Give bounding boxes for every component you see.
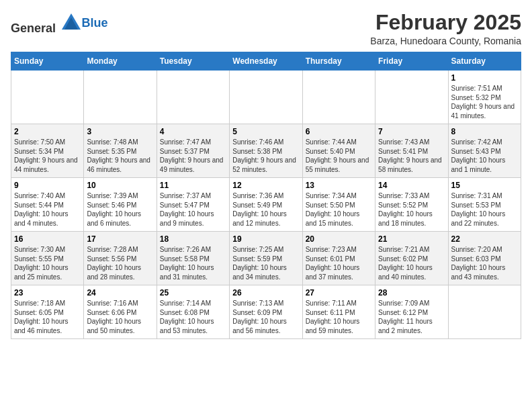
day-info: Sunrise: 7:47 AM Sunset: 5:37 PM Dayligh…	[160, 138, 226, 174]
calendar-day-15: 15Sunrise: 7:31 AM Sunset: 5:53 PM Dayli…	[448, 178, 521, 232]
calendar-day-19: 19Sunrise: 7:25 AM Sunset: 5:59 PM Dayli…	[230, 232, 302, 285]
calendar-day-22: 22Sunrise: 7:20 AM Sunset: 6:03 PM Dayli…	[448, 232, 521, 285]
calendar-week-row: 2Sunrise: 7:50 AM Sunset: 5:34 PM Daylig…	[11, 124, 521, 178]
calendar-empty-cell	[375, 71, 448, 124]
page-header: General Blue February 2025 Barza, Hunedo…	[11, 11, 521, 46]
day-number: 4	[160, 127, 226, 136]
day-info: Sunrise: 7:14 AM Sunset: 6:08 PM Dayligh…	[160, 299, 226, 335]
day-number: 23	[14, 288, 81, 298]
day-number: 11	[160, 181, 226, 190]
calendar-day-7: 7Sunrise: 7:43 AM Sunset: 5:41 PM Daylig…	[375, 124, 448, 178]
calendar-day-17: 17Sunrise: 7:28 AM Sunset: 5:56 PM Dayli…	[84, 232, 157, 285]
calendar-day-6: 6Sunrise: 7:44 AM Sunset: 5:40 PM Daylig…	[302, 124, 375, 178]
calendar-day-13: 13Sunrise: 7:34 AM Sunset: 5:50 PM Dayli…	[302, 178, 375, 232]
day-info: Sunrise: 7:42 AM Sunset: 5:43 PM Dayligh…	[451, 138, 518, 174]
day-number: 20	[306, 234, 372, 244]
day-number: 1	[451, 73, 518, 83]
weekday-header-monday: Monday	[84, 52, 157, 71]
logo-icon	[60, 11, 82, 32]
calendar-day-12: 12Sunrise: 7:36 AM Sunset: 5:49 PM Dayli…	[230, 178, 302, 232]
day-number: 28	[378, 288, 445, 298]
day-number: 24	[87, 288, 153, 298]
day-info: Sunrise: 7:46 AM Sunset: 5:38 PM Dayligh…	[232, 138, 299, 174]
day-number: 27	[306, 288, 372, 298]
weekday-header-thursday: Thursday	[302, 52, 375, 71]
calendar-week-row: 16Sunrise: 7:30 AM Sunset: 5:55 PM Dayli…	[11, 232, 521, 285]
day-number: 6	[306, 127, 372, 136]
calendar-day-24: 24Sunrise: 7:16 AM Sunset: 6:06 PM Dayli…	[84, 285, 157, 339]
day-number: 18	[160, 234, 226, 244]
calendar-day-23: 23Sunrise: 7:18 AM Sunset: 6:05 PM Dayli…	[11, 285, 84, 339]
day-info: Sunrise: 7:26 AM Sunset: 5:58 PM Dayligh…	[160, 245, 226, 281]
calendar-day-3: 3Sunrise: 7:48 AM Sunset: 5:35 PM Daylig…	[84, 124, 157, 178]
day-number: 17	[87, 234, 153, 244]
calendar-day-9: 9Sunrise: 7:40 AM Sunset: 5:44 PM Daylig…	[11, 178, 84, 232]
day-number: 25	[160, 288, 226, 298]
calendar-empty-cell	[230, 71, 302, 124]
day-number: 8	[451, 127, 518, 136]
calendar-day-14: 14Sunrise: 7:33 AM Sunset: 5:52 PM Dayli…	[375, 178, 448, 232]
day-info: Sunrise: 7:34 AM Sunset: 5:50 PM Dayligh…	[306, 191, 372, 228]
calendar-empty-cell	[11, 71, 84, 124]
title-area: February 2025 Barza, Hunedoara County, R…	[370, 11, 521, 46]
weekday-header-row: SundayMondayTuesdayWednesdayThursdayFrid…	[11, 52, 521, 71]
weekday-header-tuesday: Tuesday	[157, 52, 229, 71]
calendar-week-row: 9Sunrise: 7:40 AM Sunset: 5:44 PM Daylig…	[11, 178, 521, 232]
day-info: Sunrise: 7:23 AM Sunset: 6:01 PM Dayligh…	[306, 245, 372, 281]
day-info: Sunrise: 7:18 AM Sunset: 6:05 PM Dayligh…	[14, 299, 81, 335]
day-info: Sunrise: 7:51 AM Sunset: 5:32 PM Dayligh…	[451, 84, 518, 120]
calendar-day-4: 4Sunrise: 7:47 AM Sunset: 5:37 PM Daylig…	[157, 124, 229, 178]
calendar-day-21: 21Sunrise: 7:21 AM Sunset: 6:02 PM Dayli…	[375, 232, 448, 285]
day-info: Sunrise: 7:31 AM Sunset: 5:53 PM Dayligh…	[451, 191, 518, 228]
calendar-day-27: 27Sunrise: 7:11 AM Sunset: 6:11 PM Dayli…	[302, 285, 375, 339]
day-info: Sunrise: 7:11 AM Sunset: 6:11 PM Dayligh…	[306, 299, 372, 335]
calendar-day-26: 26Sunrise: 7:13 AM Sunset: 6:09 PM Dayli…	[230, 285, 302, 339]
month-title: February 2025	[370, 11, 521, 34]
calendar-day-16: 16Sunrise: 7:30 AM Sunset: 5:55 PM Dayli…	[11, 232, 84, 285]
calendar-table: SundayMondayTuesdayWednesdayThursdayFrid…	[11, 52, 521, 339]
day-info: Sunrise: 7:30 AM Sunset: 5:55 PM Dayligh…	[14, 245, 81, 281]
day-number: 16	[14, 234, 81, 244]
day-number: 19	[232, 234, 299, 244]
calendar-day-28: 28Sunrise: 7:09 AM Sunset: 6:12 PM Dayli…	[375, 285, 448, 339]
calendar-day-18: 18Sunrise: 7:26 AM Sunset: 5:58 PM Dayli…	[157, 232, 229, 285]
day-number: 10	[87, 181, 153, 190]
weekday-header-sunday: Sunday	[11, 52, 84, 71]
day-info: Sunrise: 7:16 AM Sunset: 6:06 PM Dayligh…	[87, 299, 153, 335]
calendar-empty-cell	[302, 71, 375, 124]
calendar-day-8: 8Sunrise: 7:42 AM Sunset: 5:43 PM Daylig…	[448, 124, 521, 178]
logo-general: General	[11, 21, 56, 35]
calendar-empty-cell	[157, 71, 229, 124]
calendar-day-11: 11Sunrise: 7:37 AM Sunset: 5:47 PM Dayli…	[157, 178, 229, 232]
weekday-header-saturday: Saturday	[448, 52, 521, 71]
day-number: 2	[14, 127, 81, 136]
calendar-day-20: 20Sunrise: 7:23 AM Sunset: 6:01 PM Dayli…	[302, 232, 375, 285]
day-number: 15	[451, 181, 518, 190]
calendar-week-row: 23Sunrise: 7:18 AM Sunset: 6:05 PM Dayli…	[11, 285, 521, 339]
calendar-day-10: 10Sunrise: 7:39 AM Sunset: 5:46 PM Dayli…	[84, 178, 157, 232]
calendar-day-25: 25Sunrise: 7:14 AM Sunset: 6:08 PM Dayli…	[157, 285, 229, 339]
day-number: 21	[378, 234, 445, 244]
calendar-day-1: 1Sunrise: 7:51 AM Sunset: 5:32 PM Daylig…	[448, 71, 521, 124]
day-info: Sunrise: 7:44 AM Sunset: 5:40 PM Dayligh…	[306, 138, 372, 174]
calendar-week-row: 1Sunrise: 7:51 AM Sunset: 5:32 PM Daylig…	[11, 71, 521, 124]
day-info: Sunrise: 7:43 AM Sunset: 5:41 PM Dayligh…	[378, 138, 445, 174]
day-number: 7	[378, 127, 445, 136]
day-info: Sunrise: 7:09 AM Sunset: 6:12 PM Dayligh…	[378, 299, 445, 335]
day-number: 14	[378, 181, 445, 190]
day-info: Sunrise: 7:13 AM Sunset: 6:09 PM Dayligh…	[232, 299, 299, 335]
day-info: Sunrise: 7:48 AM Sunset: 5:35 PM Dayligh…	[87, 138, 153, 174]
calendar-empty-cell	[84, 71, 157, 124]
day-info: Sunrise: 7:36 AM Sunset: 5:49 PM Dayligh…	[232, 191, 299, 228]
day-number: 13	[306, 181, 372, 190]
logo-blue: Blue	[82, 16, 108, 30]
day-number: 3	[87, 127, 153, 136]
day-info: Sunrise: 7:40 AM Sunset: 5:44 PM Dayligh…	[14, 191, 81, 228]
weekday-header-wednesday: Wednesday	[230, 52, 302, 71]
calendar-empty-cell	[448, 285, 521, 339]
logo: General Blue	[11, 11, 108, 36]
day-info: Sunrise: 7:20 AM Sunset: 6:03 PM Dayligh…	[451, 245, 518, 281]
day-info: Sunrise: 7:33 AM Sunset: 5:52 PM Dayligh…	[378, 191, 445, 228]
calendar-day-5: 5Sunrise: 7:46 AM Sunset: 5:38 PM Daylig…	[230, 124, 302, 178]
day-number: 12	[232, 181, 299, 190]
